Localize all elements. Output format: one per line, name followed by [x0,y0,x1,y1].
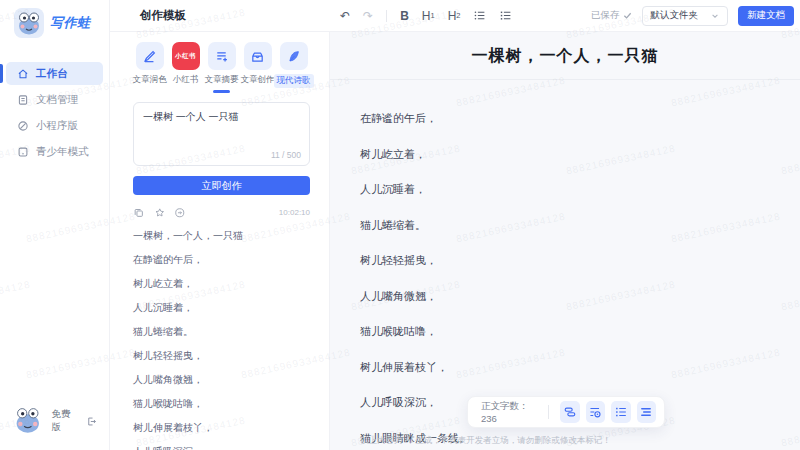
bullet-list-icon [614,405,628,419]
xiaohongshu-icon: 小红书 [172,42,200,70]
favorite-button[interactable] [154,207,166,219]
prompt-input-box: 一棵树 一个人 一只猫 11 / 500 [133,102,310,166]
sidebar: 写作蛙 工作台 文档管理 小程序版 青少年模式 免费版 [0,0,110,450]
result-timestamp: 10:02:10 [279,208,310,217]
summary-icon [208,42,236,70]
document-paragraph: 树儿屹立着， [360,147,800,162]
ordered-list-icon [499,9,512,22]
bullet-list-icon [473,9,486,22]
document-editor[interactable]: 一棵树，一个人，一只猫 在静谧的午后，树儿屹立着，人儿沉睡着，猫儿蜷缩着。树儿轻… [330,32,800,450]
result-line: 猫儿喉咙咕噜， [133,397,310,411]
tab-label: 文章创作 [241,74,275,86]
tab-article-polish[interactable]: 文章润色 [133,42,166,93]
active-tab-indicator [213,90,230,93]
list-options-button[interactable] [586,401,606,423]
document-body: 在静谧的午后，树儿屹立着，人儿沉睡着，猫儿蜷缩着。树儿轻轻摇曳，人儿嘴角微翘，猫… [330,80,800,450]
bullet-list-format-button[interactable] [611,401,631,423]
insert-button[interactable] [174,207,186,219]
ai-disclaimer: 以上内容为 AI 生成，不代表开发者立场，请勿删除或修改本标记！ [360,435,611,447]
tab-article-create[interactable]: 文章创作 [241,42,274,93]
logout-button[interactable] [86,416,97,427]
document-icon [17,94,29,106]
floating-word-toolbar: 正文字数：236 [467,396,665,428]
tab-article-summary[interactable]: 文章摘要 [205,42,238,93]
app-logo: 写作蛙 [0,0,109,48]
home-icon [17,68,29,80]
document-paragraph: 人儿嘴角微翘， [360,289,800,304]
document-paragraph: 人儿沉睡着， [360,182,800,197]
result-line: 人儿呼吸深沉， [133,445,310,450]
sidebar-item-doc-manage[interactable]: 文档管理 [6,88,103,111]
user-avatar[interactable] [12,404,44,438]
document-paragraph: 在静谧的午后， [360,111,800,126]
result-line: 猫儿蜷缩着。 [133,325,310,339]
create-now-button[interactable]: 立即创作 [133,176,310,195]
redo-button[interactable]: ↷ [363,9,373,23]
document-paragraph: 猫儿蜷缩着。 [360,218,800,233]
sidebar-item-teen-mode[interactable]: 青少年模式 [6,140,103,163]
star-icon [154,207,166,219]
plan-badge: 免费版 [52,408,78,434]
document-paragraph: 猫儿喉咙咕噜， [360,324,800,339]
sidebar-item-workbench[interactable]: 工作台 [6,62,103,85]
tab-label: 现代诗歌 [274,74,314,88]
tab-xiaohongshu[interactable]: 小红书 小红书 [169,42,202,93]
word-count-value: 236 [481,413,497,424]
document-paragraph: 树儿伸展着枝丫， [360,360,800,375]
ordered-list-button[interactable] [499,9,512,22]
check-icon [623,11,632,20]
chevron-down-icon [711,12,719,20]
sidebar-item-label: 小程序版 [36,119,78,133]
app-window: 写作蛙 工作台 文档管理 小程序版 青少年模式 免费版 [0,0,800,450]
result-line: 人儿嘴角微翘， [133,373,310,387]
sidebar-footer: 免费版 [0,404,109,450]
summarize-paragraphs-button[interactable] [560,401,580,423]
result-line: 在静谧的午后， [133,253,310,267]
result-line: 树儿屹立着， [133,277,310,291]
tab-modern-poetry[interactable]: 现代诗歌 [277,42,310,93]
heading1-button[interactable]: H1 [422,9,435,23]
logout-icon [86,416,97,427]
content-area: 文章润色 小红书 小红书 文章摘要 [110,32,800,450]
result-line: 一棵树，一个人，一只猫 [133,229,310,243]
sidebar-item-label: 工作台 [36,67,68,81]
heading2-button[interactable]: H2 [448,9,461,23]
panel-title: 创作模板 [140,8,340,23]
frog-logo-icon [14,8,44,38]
prompt-input[interactable]: 一棵树 一个人 一只猫 [143,110,300,148]
bullet-list-button[interactable] [473,9,486,22]
topbar-right: 已保存 默认文件夹 新建文档 [591,6,794,26]
poem-feather-icon [280,42,308,70]
sidebar-item-label: 文档管理 [36,93,78,107]
compose-icon [244,42,272,70]
char-count: 11 / 500 [271,150,301,160]
arrow-circle-icon [174,207,186,219]
toolbar-divider [548,405,549,419]
template-tabs: 文章润色 小红书 小红书 文章摘要 [133,42,310,93]
list-clock-icon [588,405,602,419]
tab-label: 文章摘要 [205,74,239,86]
composer-panel: 文章润色 小红书 小红书 文章摘要 [110,32,330,450]
paragraph-pills-icon [563,405,577,419]
segment-list-icon [639,405,653,419]
copy-icon [133,207,145,219]
segment-list-button[interactable] [637,401,657,423]
undo-button[interactable]: ↶ [340,9,350,23]
sidebar-nav: 工作台 文档管理 小程序版 青少年模式 [0,62,109,163]
document-title: 一棵树，一个人，一只猫 [330,46,800,67]
sidebar-item-miniprogram[interactable]: 小程序版 [6,114,103,137]
result-actions: 10:02:10 [133,207,310,219]
folder-select[interactable]: 默认文件夹 [642,6,729,26]
format-toolbar: ↶ ↷ B H1 H2 [340,9,512,23]
teen-mode-icon [17,146,29,158]
result-line: 树儿轻轻摇曳， [133,349,310,363]
bold-button[interactable]: B [400,9,409,23]
copy-button[interactable] [133,207,145,219]
result-line: 树儿伸展着枝丫， [133,421,310,435]
new-document-button[interactable]: 新建文档 [738,6,794,26]
tab-label: 文章润色 [133,74,167,86]
save-status: 已保存 [591,9,632,22]
folder-select-value: 默认文件夹 [651,9,699,22]
result-lines: 一棵树，一个人，一只猫在静谧的午后，树儿屹立着，人儿沉睡着，猫儿蜷缩着。树儿轻轻… [133,229,310,450]
document-paragraph: 树儿轻轻摇曳， [360,253,800,268]
